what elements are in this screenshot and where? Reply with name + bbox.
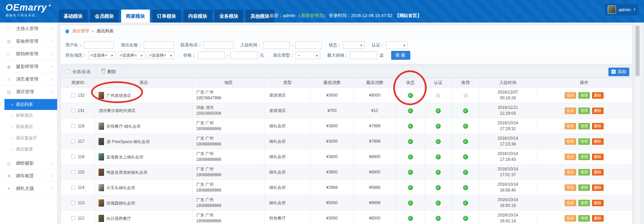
nav-tab-5[interactable]: 内容模块 <box>183 10 212 23</box>
manage-button[interactable]: 管理 <box>578 215 590 222</box>
auth-select[interactable] <box>386 41 408 49</box>
sidebar-subitem-5[interactable]: ›酒店菜谱 <box>0 144 57 155</box>
approved-check-icon[interactable]: ✓ <box>408 200 413 206</box>
delete-button[interactable]: 删除 <box>592 169 604 176</box>
delete-button[interactable]: 删除 <box>592 138 604 145</box>
sidebar-item-5[interactable]: ♬演艺者管理∨ <box>0 73 57 86</box>
delete-button[interactable]: 删除 <box>592 200 604 206</box>
manage-button[interactable]: 管理 <box>578 154 590 160</box>
hotel-name[interactable]: 渡·FreeSpace-婚礼会所 <box>106 139 150 144</box>
hotel-name[interactable]: 玫瑰园婚礼会所 <box>106 201 135 206</box>
site-home-link[interactable]: 【网站首页】 <box>395 13 422 18</box>
hotel-name[interactable]: 向日葵西餐厅 <box>106 216 131 221</box>
login-button[interactable]: 登录 <box>565 154 576 160</box>
approved-check-icon[interactable]: ✓ <box>436 170 441 175</box>
breadcrumb-section[interactable]: 酒店管理 <box>72 28 89 34</box>
phone-input[interactable] <box>203 41 233 49</box>
approved-check-icon[interactable]: ✓ <box>408 185 413 190</box>
manage-button[interactable]: 管理 <box>578 169 590 176</box>
hotel-name[interactable]: 漯河摩尔港时尚酒店 <box>99 108 136 113</box>
approved-check-icon[interactable]: ✓ <box>408 216 413 221</box>
login-button[interactable]: 登录 <box>565 169 576 176</box>
row-checkbox[interactable] <box>71 139 75 143</box>
login-button[interactable]: 登录 <box>565 184 576 191</box>
sidebar-subitem-4[interactable]: ›酒店宴会厅 <box>0 132 57 144</box>
approved-check-icon[interactable]: ✓ <box>436 124 441 129</box>
approved-check-icon[interactable]: ✓ <box>408 93 413 98</box>
login-button[interactable]: 登录 <box>565 138 576 145</box>
approved-check-icon[interactable]: ✓ <box>463 170 468 175</box>
row-checkbox[interactable] <box>71 109 75 113</box>
nav-tab-4[interactable]: 订单模块 <box>152 10 181 23</box>
manage-button[interactable]: 管理 <box>578 123 590 129</box>
approved-check-icon[interactable]: ✓ <box>463 216 468 221</box>
row-checkbox[interactable] <box>71 93 75 97</box>
select-all-checkbox[interactable] <box>65 70 69 74</box>
join-date-to-input[interactable] <box>295 41 322 49</box>
approved-check-icon[interactable]: ✓ <box>408 154 413 159</box>
hotel-name[interactable]: 蓝海豚水上婚礼会所 <box>106 155 143 159</box>
hotel-name[interactable]: 鸣泉居度假村婚礼会所 <box>106 170 147 175</box>
price-min-input[interactable] <box>197 52 225 59</box>
row-checkbox[interactable] <box>71 185 75 190</box>
hotel-type-select[interactable]: -- <box>296 52 320 59</box>
sidebar-item-3[interactable]: ▷跟拍师管理∨ <box>0 48 57 60</box>
hotel-name[interactable]: 音悦餐厅-婚礼会所 <box>106 124 141 129</box>
approved-check-icon[interactable]: ✓ <box>436 185 441 190</box>
manage-button[interactable]: 管理 <box>578 138 590 145</box>
approved-check-icon[interactable]: ✓ <box>436 216 441 221</box>
login-button[interactable]: 登录 <box>565 108 576 114</box>
capacity-input[interactable] <box>350 52 377 59</box>
scrollbar-thumb[interactable] <box>635 25 640 76</box>
login-button[interactable]: 登录 <box>565 123 576 129</box>
delete-button[interactable]: 删除 <box>592 92 604 99</box>
approved-check-icon[interactable]: ✓ <box>463 185 468 190</box>
login-button[interactable]: 登录 <box>565 92 576 99</box>
bulk-delete-button[interactable]: 删除 <box>102 69 116 75</box>
scrollbar-track[interactable] <box>634 23 641 224</box>
row-checkbox[interactable] <box>71 201 75 205</box>
select-all-control[interactable]: 全选/反选 <box>61 66 90 78</box>
manage-button[interactable]: 管理 <box>578 184 590 191</box>
login-button[interactable]: 登录 <box>565 215 576 222</box>
approved-check-icon[interactable]: ✓ <box>463 139 468 144</box>
hotel-name[interactable]: 火车头婚礼会所 <box>106 185 135 190</box>
province-select[interactable]: =请选择= <box>88 52 116 59</box>
sidebar-item-2[interactable]: ✿彩妆师管理∨ <box>0 35 57 48</box>
approved-check-icon[interactable]: ✓ <box>463 200 468 206</box>
username-input[interactable] <box>84 41 114 49</box>
user-menu[interactable]: admin <box>605 4 639 15</box>
delete-button[interactable]: 删除 <box>592 123 604 129</box>
approved-check-icon[interactable]: ✓ <box>463 108 468 113</box>
status-select[interactable] <box>343 41 365 49</box>
row-checkbox[interactable] <box>71 170 75 174</box>
join-date-from-input[interactable] <box>263 41 290 49</box>
search-button[interactable]: 搜索 <box>391 51 410 60</box>
sidebar-item-9[interactable]: ✦婚礼主题∨ <box>0 182 57 195</box>
approved-check-icon[interactable]: ✓ <box>408 124 413 129</box>
nav-tab-2[interactable]: 会员模块 <box>90 10 119 23</box>
approved-check-icon[interactable]: ✓ <box>436 108 441 113</box>
sidebar-item-4[interactable]: ◉摄影师管理∨ <box>0 60 57 73</box>
approved-check-icon[interactable]: ✓ <box>408 139 413 144</box>
delete-button[interactable]: 删除 <box>592 184 604 191</box>
sidebar-item-6[interactable]: ▤酒店管理∨ <box>0 86 57 98</box>
manage-button[interactable]: 管理 <box>578 108 590 114</box>
delete-button[interactable]: 删除 <box>592 108 604 114</box>
row-checkbox[interactable] <box>71 216 75 220</box>
approved-check-icon[interactable]: ✓ <box>408 170 413 175</box>
delete-button[interactable]: 删除 <box>592 154 604 160</box>
sidebar-subitem-3[interactable]: ›添加酒店 <box>0 121 57 132</box>
sidebar-subitem-1[interactable]: ›酒店列表 <box>4 99 57 110</box>
sidebar-item-7[interactable]: ◎婚纱摄影∨ <box>0 157 57 170</box>
city-select[interactable]: =请选择= <box>118 52 145 59</box>
approved-check-icon[interactable]: ✓ <box>436 154 441 159</box>
approved-check-icon[interactable]: ✓ <box>436 139 441 144</box>
approved-check-icon[interactable]: ✓ <box>463 154 468 159</box>
delete-button[interactable]: 删除 <box>592 215 604 222</box>
add-hotel-button[interactable]: 添加 <box>608 68 629 76</box>
login-button[interactable]: 登录 <box>565 200 576 206</box>
sidebar-subitem-2[interactable]: ›待审酒店 <box>0 110 57 121</box>
manage-button[interactable]: 管理 <box>578 92 590 99</box>
approved-check-icon[interactable]: ✓ <box>408 108 413 113</box>
